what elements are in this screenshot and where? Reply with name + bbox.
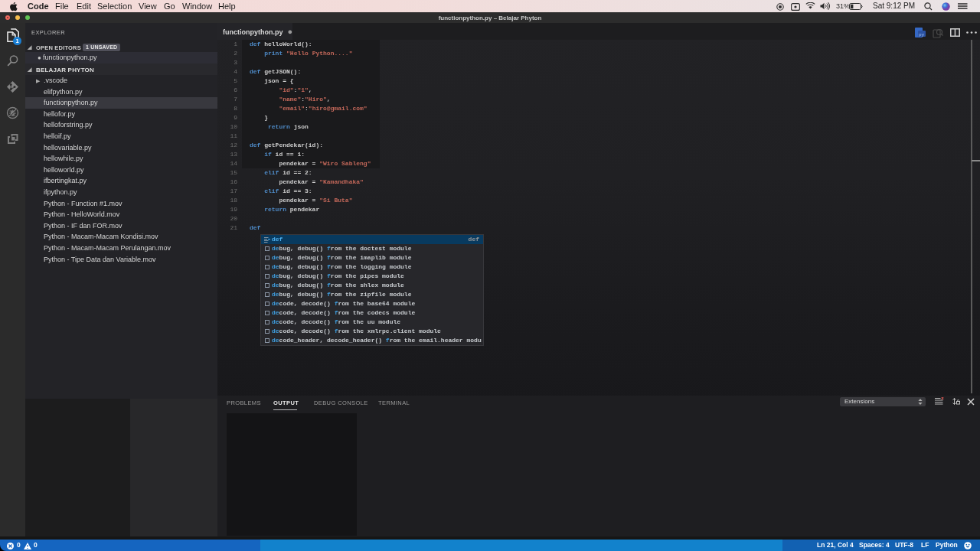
svg-text:py: py <box>919 32 925 37</box>
